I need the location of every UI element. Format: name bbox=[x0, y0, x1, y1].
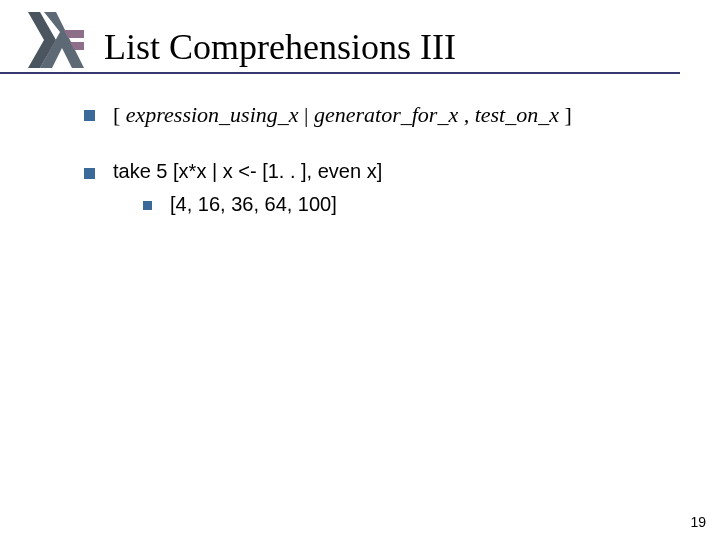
b1-expr: expression_using_x bbox=[126, 102, 299, 127]
b1-sep1: | bbox=[299, 102, 314, 127]
b1-gen: generator_for_x bbox=[314, 102, 458, 127]
b1-open: [ bbox=[113, 102, 126, 127]
bullet-2-text: take 5 [x*x | x <- [1. . ], even x] bbox=[113, 158, 690, 185]
haskell-logo-icon bbox=[24, 8, 88, 72]
bullet-item-1: [ expression_using_x | generator_for_x ,… bbox=[84, 100, 690, 130]
square-bullet-icon bbox=[84, 110, 95, 121]
bullet-item-2: take 5 [x*x | x <- [1. . ], even x] [4, … bbox=[84, 158, 690, 218]
b1-close: ] bbox=[559, 102, 572, 127]
slide-content: [ expression_using_x | generator_for_x ,… bbox=[84, 100, 690, 246]
bullet-1-text: [ expression_using_x | generator_for_x ,… bbox=[113, 100, 690, 130]
b1-test: test_on_x bbox=[475, 102, 559, 127]
square-bullet-icon bbox=[84, 168, 95, 179]
slide-title: List Comprehensions III bbox=[104, 26, 456, 68]
square-bullet-icon bbox=[143, 201, 152, 210]
title-underline bbox=[0, 72, 680, 74]
sub-bullet-item: [4, 16, 36, 64, 100] bbox=[143, 191, 690, 218]
page-number: 19 bbox=[690, 514, 706, 530]
b1-comma: , bbox=[458, 102, 475, 127]
sub-bullet-text: [4, 16, 36, 64, 100] bbox=[170, 191, 337, 218]
